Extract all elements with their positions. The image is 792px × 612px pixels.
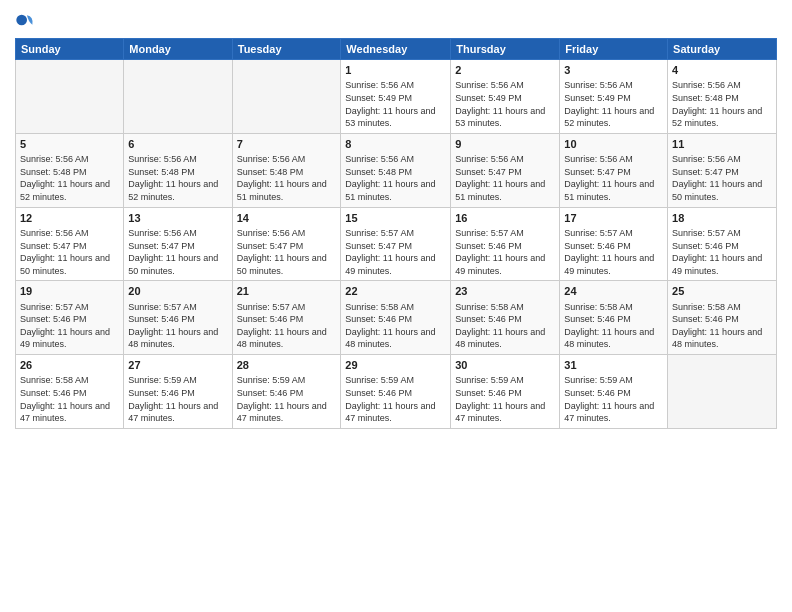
calendar-cell: 3Sunrise: 5:56 AM Sunset: 5:49 PM Daylig…: [560, 60, 668, 134]
day-info: Sunrise: 5:59 AM Sunset: 5:46 PM Dayligh…: [455, 374, 555, 424]
calendar-cell: 21Sunrise: 5:57 AM Sunset: 5:46 PM Dayli…: [232, 281, 341, 355]
calendar-cell: [668, 355, 777, 429]
day-info: Sunrise: 5:56 AM Sunset: 5:47 PM Dayligh…: [237, 227, 337, 277]
day-number: 17: [564, 211, 663, 226]
calendar-cell: 29Sunrise: 5:59 AM Sunset: 5:46 PM Dayli…: [341, 355, 451, 429]
day-number: 12: [20, 211, 119, 226]
calendar-week-5: 26Sunrise: 5:58 AM Sunset: 5:46 PM Dayli…: [16, 355, 777, 429]
day-info: Sunrise: 5:56 AM Sunset: 5:48 PM Dayligh…: [237, 153, 337, 203]
day-info: Sunrise: 5:59 AM Sunset: 5:46 PM Dayligh…: [564, 374, 663, 424]
day-info: Sunrise: 5:58 AM Sunset: 5:46 PM Dayligh…: [564, 301, 663, 351]
calendar-cell: 15Sunrise: 5:57 AM Sunset: 5:47 PM Dayli…: [341, 207, 451, 281]
day-info: Sunrise: 5:56 AM Sunset: 5:48 PM Dayligh…: [672, 79, 772, 129]
day-number: 29: [345, 358, 446, 373]
day-number: 7: [237, 137, 337, 152]
calendar-cell: 20Sunrise: 5:57 AM Sunset: 5:46 PM Dayli…: [124, 281, 232, 355]
calendar-cell: 24Sunrise: 5:58 AM Sunset: 5:46 PM Dayli…: [560, 281, 668, 355]
weekday-header-tuesday: Tuesday: [232, 39, 341, 60]
day-number: 19: [20, 284, 119, 299]
day-info: Sunrise: 5:56 AM Sunset: 5:47 PM Dayligh…: [672, 153, 772, 203]
logo: [15, 10, 39, 30]
day-info: Sunrise: 5:57 AM Sunset: 5:46 PM Dayligh…: [128, 301, 227, 351]
day-number: 2: [455, 63, 555, 78]
day-number: 28: [237, 358, 337, 373]
day-info: Sunrise: 5:57 AM Sunset: 5:46 PM Dayligh…: [672, 227, 772, 277]
calendar-cell: 6Sunrise: 5:56 AM Sunset: 5:48 PM Daylig…: [124, 133, 232, 207]
calendar-week-3: 12Sunrise: 5:56 AM Sunset: 5:47 PM Dayli…: [16, 207, 777, 281]
day-info: Sunrise: 5:57 AM Sunset: 5:46 PM Dayligh…: [237, 301, 337, 351]
calendar-cell: 30Sunrise: 5:59 AM Sunset: 5:46 PM Dayli…: [451, 355, 560, 429]
calendar-cell: 14Sunrise: 5:56 AM Sunset: 5:47 PM Dayli…: [232, 207, 341, 281]
calendar-cell: 1Sunrise: 5:56 AM Sunset: 5:49 PM Daylig…: [341, 60, 451, 134]
weekday-header-friday: Friday: [560, 39, 668, 60]
day-number: 21: [237, 284, 337, 299]
calendar-cell: 12Sunrise: 5:56 AM Sunset: 5:47 PM Dayli…: [16, 207, 124, 281]
day-info: Sunrise: 5:59 AM Sunset: 5:46 PM Dayligh…: [345, 374, 446, 424]
day-number: 31: [564, 358, 663, 373]
day-number: 15: [345, 211, 446, 226]
day-info: Sunrise: 5:57 AM Sunset: 5:46 PM Dayligh…: [20, 301, 119, 351]
weekday-header-wednesday: Wednesday: [341, 39, 451, 60]
calendar-cell: 28Sunrise: 5:59 AM Sunset: 5:46 PM Dayli…: [232, 355, 341, 429]
day-info: Sunrise: 5:58 AM Sunset: 5:46 PM Dayligh…: [672, 301, 772, 351]
day-info: Sunrise: 5:59 AM Sunset: 5:46 PM Dayligh…: [128, 374, 227, 424]
day-info: Sunrise: 5:59 AM Sunset: 5:46 PM Dayligh…: [237, 374, 337, 424]
page: SundayMondayTuesdayWednesdayThursdayFrid…: [0, 0, 792, 612]
calendar-cell: 13Sunrise: 5:56 AM Sunset: 5:47 PM Dayli…: [124, 207, 232, 281]
calendar-table: SundayMondayTuesdayWednesdayThursdayFrid…: [15, 38, 777, 429]
day-number: 20: [128, 284, 227, 299]
day-info: Sunrise: 5:56 AM Sunset: 5:47 PM Dayligh…: [455, 153, 555, 203]
calendar-cell: 27Sunrise: 5:59 AM Sunset: 5:46 PM Dayli…: [124, 355, 232, 429]
day-info: Sunrise: 5:58 AM Sunset: 5:46 PM Dayligh…: [20, 374, 119, 424]
day-number: 10: [564, 137, 663, 152]
day-info: Sunrise: 5:56 AM Sunset: 5:48 PM Dayligh…: [20, 153, 119, 203]
calendar-cell: 7Sunrise: 5:56 AM Sunset: 5:48 PM Daylig…: [232, 133, 341, 207]
day-number: 9: [455, 137, 555, 152]
day-number: 27: [128, 358, 227, 373]
weekday-header-sunday: Sunday: [16, 39, 124, 60]
day-info: Sunrise: 5:56 AM Sunset: 5:48 PM Dayligh…: [128, 153, 227, 203]
day-number: 18: [672, 211, 772, 226]
calendar-cell: [124, 60, 232, 134]
calendar-cell: 5Sunrise: 5:56 AM Sunset: 5:48 PM Daylig…: [16, 133, 124, 207]
calendar-cell: 17Sunrise: 5:57 AM Sunset: 5:46 PM Dayli…: [560, 207, 668, 281]
calendar-cell: 2Sunrise: 5:56 AM Sunset: 5:49 PM Daylig…: [451, 60, 560, 134]
day-number: 4: [672, 63, 772, 78]
day-number: 25: [672, 284, 772, 299]
svg-point-0: [16, 15, 27, 26]
weekday-header-row: SundayMondayTuesdayWednesdayThursdayFrid…: [16, 39, 777, 60]
calendar-cell: [16, 60, 124, 134]
day-number: 23: [455, 284, 555, 299]
day-number: 8: [345, 137, 446, 152]
calendar-week-1: 1Sunrise: 5:56 AM Sunset: 5:49 PM Daylig…: [16, 60, 777, 134]
day-number: 30: [455, 358, 555, 373]
weekday-header-thursday: Thursday: [451, 39, 560, 60]
calendar-cell: 22Sunrise: 5:58 AM Sunset: 5:46 PM Dayli…: [341, 281, 451, 355]
day-number: 16: [455, 211, 555, 226]
calendar-cell: 26Sunrise: 5:58 AM Sunset: 5:46 PM Dayli…: [16, 355, 124, 429]
weekday-header-monday: Monday: [124, 39, 232, 60]
day-info: Sunrise: 5:56 AM Sunset: 5:49 PM Dayligh…: [345, 79, 446, 129]
calendar-cell: 11Sunrise: 5:56 AM Sunset: 5:47 PM Dayli…: [668, 133, 777, 207]
day-number: 1: [345, 63, 446, 78]
calendar-cell: 25Sunrise: 5:58 AM Sunset: 5:46 PM Dayli…: [668, 281, 777, 355]
calendar-cell: 19Sunrise: 5:57 AM Sunset: 5:46 PM Dayli…: [16, 281, 124, 355]
day-number: 11: [672, 137, 772, 152]
calendar-cell: 31Sunrise: 5:59 AM Sunset: 5:46 PM Dayli…: [560, 355, 668, 429]
day-info: Sunrise: 5:57 AM Sunset: 5:47 PM Dayligh…: [345, 227, 446, 277]
logo-icon: [15, 10, 35, 30]
header: [15, 10, 777, 30]
calendar-cell: [232, 60, 341, 134]
day-info: Sunrise: 5:58 AM Sunset: 5:46 PM Dayligh…: [455, 301, 555, 351]
calendar-cell: 9Sunrise: 5:56 AM Sunset: 5:47 PM Daylig…: [451, 133, 560, 207]
day-number: 6: [128, 137, 227, 152]
calendar-cell: 23Sunrise: 5:58 AM Sunset: 5:46 PM Dayli…: [451, 281, 560, 355]
day-info: Sunrise: 5:58 AM Sunset: 5:46 PM Dayligh…: [345, 301, 446, 351]
weekday-header-saturday: Saturday: [668, 39, 777, 60]
calendar-week-2: 5Sunrise: 5:56 AM Sunset: 5:48 PM Daylig…: [16, 133, 777, 207]
calendar-week-4: 19Sunrise: 5:57 AM Sunset: 5:46 PM Dayli…: [16, 281, 777, 355]
calendar-cell: 16Sunrise: 5:57 AM Sunset: 5:46 PM Dayli…: [451, 207, 560, 281]
calendar-cell: 18Sunrise: 5:57 AM Sunset: 5:46 PM Dayli…: [668, 207, 777, 281]
day-info: Sunrise: 5:57 AM Sunset: 5:46 PM Dayligh…: [564, 227, 663, 277]
day-number: 22: [345, 284, 446, 299]
